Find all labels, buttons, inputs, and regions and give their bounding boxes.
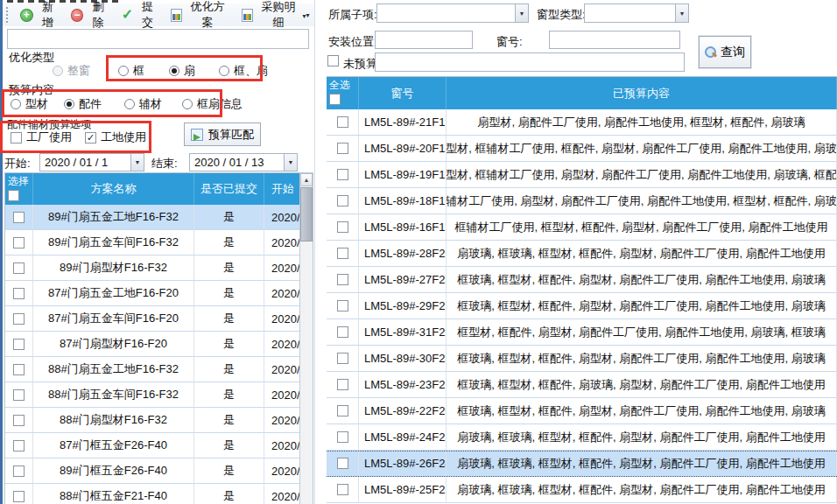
- budget-table-row[interactable]: LM5L-89#-23F21 框玻璃, 框型材, 框配件, 扇玻璃, 扇型材, …: [327, 372, 837, 398]
- plan-table-row[interactable]: 88#门框五金F21-F40 是 2020/0: [5, 484, 313, 504]
- budgeted-content-header[interactable]: 已预算内容: [447, 77, 837, 109]
- radio-icon[interactable]: [219, 66, 229, 76]
- submitted-header[interactable]: 是否已提交: [194, 173, 264, 205]
- budget-table-row[interactable]: LM5L-89#-26F24 扇玻璃, 框玻璃, 框型材, 框配件, 扇型材, …: [327, 451, 837, 477]
- radio-辅材[interactable]: 辅材: [124, 96, 162, 112]
- optimize-plan-button[interactable]: 优化方案: [166, 0, 234, 32]
- row-checkbox[interactable]: [337, 248, 348, 259]
- plan-name-header[interactable]: 方案名称: [33, 173, 194, 205]
- chevron-down-icon[interactable]: ▼: [284, 154, 297, 171]
- budget-table-row[interactable]: LM5L-89#-21F19 扇型材, 扇配件工厂使用, 扇配件工地使用, 框型…: [327, 109, 837, 136]
- toolbar-grip[interactable]: [6, 7, 9, 23]
- radio-整窗[interactable]: 整窗: [53, 63, 90, 79]
- plan-table-row[interactable]: 87#门扇型材F16-F20 是 2020/0: [5, 332, 313, 357]
- budget-table-row[interactable]: LM5L-89#-20F18 框型材, 框辅材工厂使用, 框配件, 扇型材, 扇…: [327, 136, 837, 162]
- budget-table-row[interactable]: LM5L-89#-31F29 框型材, 框配件, 扇型材, 扇配件工厂使用, 扇…: [327, 319, 837, 346]
- row-checkbox[interactable]: [337, 116, 348, 128]
- plan-table-row[interactable]: 89#门框五金F26-F40 是 2020/0: [5, 458, 313, 484]
- budget-table-row[interactable]: LM5L-89#-30F28 框玻璃, 框型材, 框配件, 扇型材, 扇配件工厂…: [327, 346, 837, 372]
- plan-table-row[interactable]: 87#门扇五金车间F16-F20 是 2020/0: [5, 306, 313, 332]
- row-checkbox[interactable]: [337, 379, 348, 390]
- plan-table-scrollbar[interactable]: ▲: [299, 173, 313, 504]
- start-date-picker[interactable]: 2020 / 01 / 1 ▼: [39, 153, 144, 172]
- no-budget-checkbox[interactable]: [327, 55, 339, 66]
- plan-table-row[interactable]: 87#门扇五金工地F16-F20 是 2020/0: [5, 281, 313, 306]
- budget-table-row[interactable]: LM5L-89#-28F26 扇玻璃, 框玻璃, 框型材, 框配件, 扇型材, …: [327, 241, 837, 267]
- start-header[interactable]: 开始: [264, 173, 301, 205]
- row-checkbox[interactable]: [13, 466, 25, 477]
- select-all-checkbox[interactable]: [329, 94, 341, 105]
- row-checkbox[interactable]: [13, 440, 25, 452]
- window-no-header[interactable]: 窗号: [359, 77, 447, 109]
- checkbox-工地使用[interactable]: 工地使用: [85, 130, 146, 145]
- chevron-down-icon[interactable]: ▼: [130, 154, 144, 171]
- checkbox-icon[interactable]: [85, 132, 96, 144]
- row-checkbox[interactable]: [13, 262, 25, 274]
- submit-button[interactable]: ✓ 提交: [117, 0, 163, 32]
- plan-table-row[interactable]: 89#门扇五金车间F16-F32 是 2020/0: [5, 230, 313, 256]
- plan-table-row[interactable]: 88#门扇五金工地F16-F32 是 2020/0: [5, 357, 313, 382]
- row-checkbox[interactable]: [337, 431, 348, 443]
- row-checkbox[interactable]: [337, 484, 348, 495]
- no-budget-input[interactable]: [375, 52, 685, 72]
- radio-型材[interactable]: 型材: [11, 96, 48, 112]
- window-no-input[interactable]: [549, 31, 680, 49]
- row-checkbox[interactable]: [13, 415, 25, 426]
- budget-table-row[interactable]: LM5L-89#-25F23 扇玻璃, 框玻璃, 框型材, 框配件, 扇型材, …: [327, 477, 837, 503]
- row-checkbox[interactable]: [337, 300, 348, 312]
- radio-扇[interactable]: 扇: [169, 63, 195, 79]
- chevron-down-icon[interactable]: ▼: [675, 4, 688, 22]
- radio-框、扇[interactable]: 框、扇: [219, 63, 268, 79]
- select-all-checkbox[interactable]: [8, 190, 19, 201]
- window-type-select[interactable]: ▼: [584, 4, 689, 23]
- row-checkbox[interactable]: [13, 339, 25, 350]
- budget-match-button[interactable]: 预算匹配: [184, 122, 261, 146]
- plan-filter-input[interactable]: [7, 29, 309, 49]
- end-date-picker[interactable]: 2020 / 01 / 13 ▼: [189, 153, 298, 172]
- row-checkbox[interactable]: [337, 195, 348, 206]
- radio-配件[interactable]: 配件: [64, 96, 102, 112]
- radio-icon[interactable]: [124, 99, 135, 109]
- radio-框[interactable]: 框: [118, 63, 144, 79]
- sub-item-select[interactable]: ▼: [376, 4, 529, 23]
- row-checkbox[interactable]: [13, 491, 25, 502]
- budget-table-row[interactable]: LM5L-89#-24F22 扇玻璃, 框玻璃, 框型材, 框配件, 扇型材, …: [327, 424, 837, 451]
- budget-table-row[interactable]: LM5L-89#-19F17 框型材, 框辅材工厂使用, 扇型材, 扇配件工厂使…: [327, 162, 837, 188]
- row-checkbox[interactable]: [337, 405, 348, 416]
- scroll-up-icon[interactable]: ▲: [300, 173, 313, 186]
- row-checkbox[interactable]: [13, 212, 25, 223]
- row-checkbox[interactable]: [337, 326, 348, 338]
- checkbox-工厂使用[interactable]: 工厂使用: [11, 130, 72, 145]
- budget-table-row[interactable]: LM5L-89#-18F16 框辅材工厂使用, 扇型材, 扇配件工厂使用, 扇配…: [327, 188, 837, 214]
- chevron-down-icon[interactable]: ▼: [515, 4, 528, 22]
- plan-table-row[interactable]: 89#门扇型材F16-F32 是 2020/0: [5, 256, 313, 281]
- row-checkbox[interactable]: [13, 389, 25, 401]
- radio-icon[interactable]: [53, 66, 63, 76]
- add-button[interactable]: + 新增: [16, 0, 63, 32]
- plan-table-row[interactable]: 89#门扇五金工地F16-F32 是 2020/0: [5, 205, 313, 230]
- query-button[interactable]: 查询: [699, 36, 751, 68]
- plan-table-row[interactable]: 88#门扇型材F16-F32 是 2020/0: [5, 408, 313, 433]
- budget-table-row[interactable]: LM5L-89#-27F25 框玻璃, 框型材, 框配件, 扇型材, 扇配件工厂…: [327, 267, 837, 293]
- row-checkbox[interactable]: [337, 274, 348, 285]
- radio-icon[interactable]: [11, 99, 21, 109]
- plan-table-row[interactable]: 87#门框五金F26-F40 是 2020/0: [5, 433, 313, 458]
- radio-icon[interactable]: [182, 99, 193, 109]
- budget-table-row[interactable]: LM5L-89#-22F20 框玻璃, 框型材, 框配件, 扇型材, 扇配件工厂…: [327, 398, 837, 424]
- row-checkbox[interactable]: [337, 353, 348, 364]
- row-checkbox[interactable]: [337, 169, 348, 180]
- row-checkbox[interactable]: [13, 237, 25, 248]
- row-checkbox[interactable]: [13, 364, 25, 375]
- radio-框扇信息[interactable]: 框扇信息: [182, 96, 243, 112]
- budget-table-row[interactable]: LM5L-89#-16F15 框辅材工厂使用, 框型材, 框配件, 扇型材, 扇…: [327, 214, 837, 241]
- toolbar-overflow-button[interactable]: ▼: [299, 7, 310, 24]
- radio-icon[interactable]: [64, 99, 74, 109]
- scrollbar-thumb[interactable]: [300, 187, 313, 242]
- checkbox-icon[interactable]: [11, 132, 22, 144]
- plan-table-row[interactable]: 88#门扇五金车间F16-F32 是 2020/0: [5, 382, 313, 408]
- delete-button[interactable]: − 删除: [67, 0, 114, 32]
- row-checkbox[interactable]: [337, 458, 348, 469]
- radio-icon[interactable]: [118, 66, 129, 76]
- row-checkbox[interactable]: [337, 221, 348, 233]
- budget-table-row[interactable]: LM5L-89#-29F27 框玻璃, 框型材, 框配件, 扇型材, 扇配件工厂…: [327, 293, 837, 319]
